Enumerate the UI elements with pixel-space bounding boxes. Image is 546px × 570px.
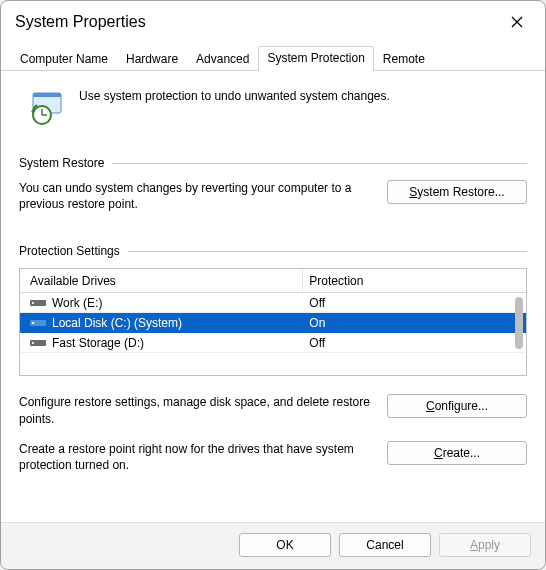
divider [128, 251, 527, 252]
header-available-drives[interactable]: Available Drives [20, 269, 303, 292]
button-text: ystem Restore... [417, 185, 504, 199]
tab-system-protection[interactable]: System Protection [258, 46, 373, 71]
drive-name: Work (E:) [52, 296, 102, 310]
mnemonic: S [409, 185, 417, 199]
tab-content: Use system protection to undo unwanted s… [1, 71, 545, 522]
drives-listbox[interactable]: Available Drives Protection Work (E:) Of… [19, 268, 527, 376]
button-text: pply [478, 538, 500, 552]
apply-button: Apply [439, 533, 531, 557]
section-label: Protection Settings [19, 244, 120, 258]
system-properties-window: System Properties Computer Name Hardware… [0, 0, 546, 570]
drives-table: Available Drives Protection Work (E:) Of… [20, 269, 526, 375]
ok-button[interactable]: OK [239, 533, 331, 557]
system-restore-text: You can undo system changes by reverting… [19, 180, 375, 212]
cancel-button[interactable]: Cancel [339, 533, 431, 557]
system-restore-button[interactable]: System Restore... [387, 180, 527, 204]
protection-settings-section-title: Protection Settings [19, 244, 527, 258]
mnemonic: C [426, 399, 435, 413]
tab-remote[interactable]: Remote [374, 47, 434, 71]
drive-icon [30, 337, 46, 349]
header-protection[interactable]: Protection [303, 269, 526, 292]
svg-rect-13 [32, 342, 34, 344]
scrollbar-thumb[interactable] [515, 297, 523, 349]
create-text: Create a restore point right now for the… [19, 441, 375, 473]
tab-computer-name[interactable]: Computer Name [11, 47, 117, 71]
drive-protection: Off [303, 296, 526, 310]
svg-rect-9 [32, 302, 34, 304]
create-button[interactable]: Create... [387, 441, 527, 465]
drive-icon [30, 317, 46, 329]
configure-text: Configure restore settings, manage disk … [19, 394, 375, 426]
create-row: Create a restore point right now for the… [19, 437, 527, 483]
tab-hardware[interactable]: Hardware [117, 47, 187, 71]
system-restore-row: You can undo system changes by reverting… [19, 180, 527, 236]
drive-name: Local Disk (C:) (System) [52, 316, 182, 330]
drive-row[interactable]: Work (E:) Off [20, 293, 526, 313]
divider [112, 163, 527, 164]
intro-text: Use system protection to undo unwanted s… [79, 85, 390, 103]
configure-button[interactable]: Configure... [387, 394, 527, 418]
drive-protection: On [303, 316, 526, 330]
mnemonic: A [470, 538, 478, 552]
system-restore-icon [27, 85, 67, 128]
svg-rect-3 [33, 93, 61, 97]
configure-row: Configure restore settings, manage disk … [19, 390, 527, 436]
drives-header: Available Drives Protection [20, 269, 526, 293]
tab-strip: Computer Name Hardware Advanced System P… [1, 39, 545, 71]
titlebar: System Properties [1, 1, 545, 39]
close-icon [511, 16, 523, 28]
drive-row[interactable]: Fast Storage (D:) Off [20, 333, 526, 353]
intro-row: Use system protection to undo unwanted s… [19, 79, 527, 148]
system-restore-section-title: System Restore [19, 156, 527, 170]
window-title: System Properties [15, 13, 146, 31]
button-text: onfigure... [435, 399, 488, 413]
section-label: System Restore [19, 156, 104, 170]
drive-icon [30, 297, 46, 309]
close-button[interactable] [497, 7, 537, 37]
button-text: reate... [443, 446, 480, 460]
drive-protection: Off [303, 336, 526, 350]
drive-row[interactable]: Local Disk (C:) (System) On [20, 313, 526, 333]
drive-name: Fast Storage (D:) [52, 336, 144, 350]
mnemonic: C [434, 446, 443, 460]
svg-rect-11 [32, 322, 34, 324]
dialog-footer: OK Cancel Apply [1, 522, 545, 569]
tab-advanced[interactable]: Advanced [187, 47, 258, 71]
